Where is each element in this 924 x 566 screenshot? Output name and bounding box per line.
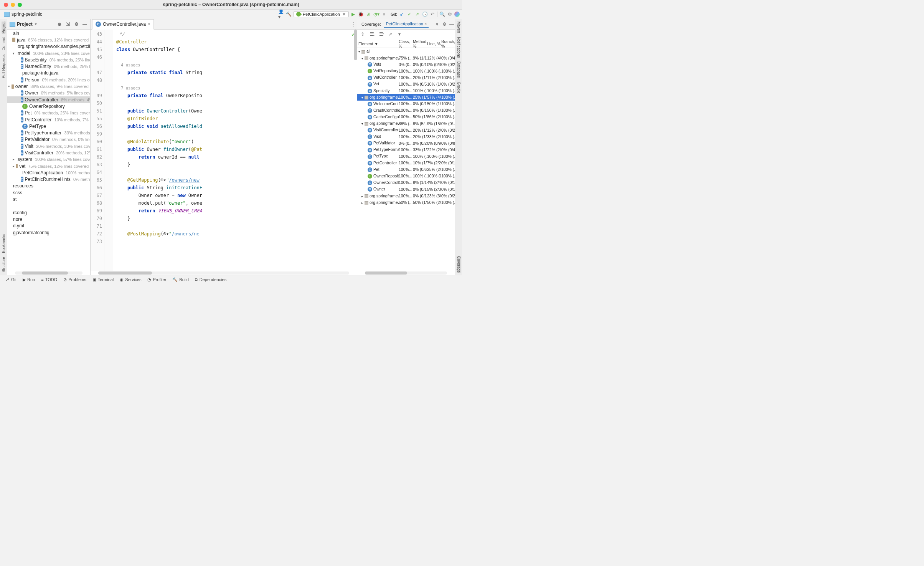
coverage-run-icon[interactable]: ⛨ (366, 11, 372, 17)
locate-icon[interactable]: ⊕ (56, 21, 63, 27)
status-git[interactable]: ⎇Git (5, 277, 16, 282)
tree-node[interactable]: ▸CVisit20% methods, 33% lines covered (7, 143, 90, 149)
gutter[interactable]: 43444546 4748 49505155565960616263646566… (91, 30, 104, 271)
coverage-row[interactable]: COwnerController100%...8% (1/12)4% (2/45… (357, 179, 455, 186)
coverage-row[interactable]: COwner100%...0% (0/1...5% (2/38)0% (0/1.… (357, 186, 455, 192)
build-icon[interactable]: 🔨 (286, 11, 292, 17)
sidebar-pull-requests[interactable]: Pull Requests (2, 55, 6, 78)
tree-node[interactable]: ▸d.yml (7, 223, 90, 229)
tree-node[interactable]: ▸COwnerController8% methods, 4% lines co… (7, 96, 90, 103)
flatten-icon[interactable]: ☰↓ (369, 31, 375, 37)
tree-node[interactable]: ▸COwner0% methods, 5% lines covered (7, 90, 90, 96)
tree-node[interactable]: ▸rconfig (7, 209, 90, 216)
status-run[interactable]: ▶Run (23, 277, 35, 282)
coverage-row[interactable]: CSpecialty100%...100% (...100% (1/1)100%… (357, 88, 455, 94)
tree-node[interactable]: ▸resources (7, 183, 90, 189)
status-build[interactable]: 🔨Build (172, 277, 188, 282)
coverage-row[interactable]: CVet100%...0% (0/5)10% (1/10)0% (0/2) (357, 81, 455, 87)
editor-overflow-icon[interactable]: ⋮ (351, 21, 357, 27)
vcs-history-icon[interactable]: 🕓 (422, 11, 428, 17)
tree-node[interactable]: ▸CPetValidator0% methods, 0% lines cover… (7, 136, 90, 143)
coverage-row[interactable]: CPetValidator0% (0...0% (0/2)0% (0/9)0% … (357, 140, 455, 146)
coverage-header[interactable]: Element ▼ Class, % Method, % Line, % Bra… (357, 39, 455, 48)
coverage-row[interactable]: ▾all (357, 48, 455, 55)
tree-node[interactable]: ▾model100% classes, 23% lines covered (7, 50, 90, 56)
tree-node[interactable]: ▸CPet0% methods, 25% lines covered (7, 110, 90, 116)
sidebar-gradle[interactable]: Gradle (457, 82, 461, 93)
filter-icon[interactable]: ▾ (396, 31, 403, 37)
coverage-row[interactable]: ▾org.springframeworl88% (...8% (5/...9% … (357, 120, 455, 127)
flatten2-icon[interactable]: ☰↑ (378, 31, 384, 37)
status-terminal[interactable]: ▣Terminal (92, 277, 114, 282)
coverage-settings-icon[interactable]: ⚙ (441, 21, 447, 27)
close-window[interactable] (4, 3, 8, 7)
run-icon[interactable]: ▶ (350, 11, 356, 17)
stop-icon[interactable]: ■ (381, 11, 387, 17)
tree-node[interactable]: ▸CVisitController20% methods, 12% lines … (7, 149, 90, 156)
coverage-row[interactable]: CPetType100%...100% (...100% (1/1)100% (… (357, 153, 455, 160)
vcs-commit-icon[interactable]: ✓ (406, 11, 412, 17)
profiler-icon[interactable]: ◔▾ (373, 11, 380, 17)
minimize-panel-icon[interactable]: — (82, 21, 88, 27)
minimize-window[interactable] (11, 3, 15, 7)
sidebar-maven[interactable]: Maven (457, 22, 461, 33)
export-icon[interactable]: ↗ (387, 31, 393, 37)
coverage-row[interactable]: ▸org.springframeworl100%...0% (0/1...23%… (357, 192, 455, 199)
vcs-undo-icon[interactable]: ↶ (429, 11, 436, 17)
code[interactable]: */@Controllerclass OwnerController { 4 u… (112, 30, 357, 271)
settings-icon[interactable]: ⚙ (447, 11, 453, 17)
coverage-row[interactable]: CPetController100%...10% (1/...7% (2/28)… (357, 160, 455, 166)
sidebar-database[interactable]: Database (457, 61, 461, 78)
coverage-row[interactable]: CCacheConfigurat100%...50% (1/...66% (2/… (357, 114, 455, 120)
tree-node[interactable]: ▸ (7, 203, 90, 209)
status-todo[interactable]: ≡TODO (41, 277, 57, 282)
tree-node[interactable]: ▸package-info.java (7, 70, 90, 76)
sidebar-project[interactable]: Project (2, 22, 6, 33)
status-profiler[interactable]: ◔Profiler (147, 277, 166, 282)
coverage-scroll[interactable] (357, 271, 455, 275)
tree-node[interactable]: ▸ain (7, 30, 90, 36)
tree-node[interactable]: ▸CPetClinicRuntimeHints0% methods, 0% li… (7, 176, 90, 183)
tree-node[interactable]: ▾owner88% classes, 9% lines covered (7, 83, 90, 89)
status-problems[interactable]: ⊘Problems (63, 277, 86, 282)
vcs-push-icon[interactable]: ↗ (414, 11, 420, 17)
vcs-pull-icon[interactable]: ↙ (399, 11, 405, 17)
close-tab-icon[interactable]: × (148, 22, 150, 27)
tree-node[interactable]: ▸vet75% classes, 12% lines covered (7, 163, 90, 169)
tree-node[interactable]: ▸gjavaformatconfig (7, 229, 90, 236)
sidebar-bookmarks[interactable]: Bookmarks (2, 234, 6, 253)
coverage-row[interactable]: CPet100%...0% (0/6)25% (2/8)100% (... (357, 166, 455, 173)
coverage-row[interactable]: CVetController100%...20% (1/...11% (2/18… (357, 74, 455, 81)
status-deps[interactable]: ⧉Dependencies (195, 277, 226, 282)
sidebar-notifications[interactable]: Notifications (457, 37, 461, 58)
coverage-row[interactable]: CCrashController100%...0% (0/1)50% (1/2)… (357, 107, 455, 114)
coverage-row[interactable]: CVisitController100%...20% (1/...12% (2/… (357, 127, 455, 133)
project-scroll[interactable] (7, 271, 90, 275)
tree-node[interactable]: ▸org.springframework.samples.petclinic85… (7, 43, 90, 50)
coverage-row[interactable]: CWelcomeControll100%...0% (0/1)50% (1/2)… (357, 101, 455, 107)
tree-node[interactable]: ▸PetClinicApplication100% methods, 100% … (7, 169, 90, 176)
zoom-window[interactable] (18, 3, 22, 7)
tree-node[interactable]: ▸CPerson0% methods, 20% lines covered (7, 76, 90, 83)
coverage-row[interactable]: IVetRepository100%...100% (...100% (...1… (357, 68, 455, 74)
chevron-down-icon[interactable]: ▾ (434, 21, 440, 27)
expand-all-icon[interactable]: ⇲ (65, 21, 71, 27)
sidebar-coverage[interactable]: Coverage (457, 256, 461, 273)
sidebar-commit[interactable]: Commit (2, 37, 6, 50)
editor-tab[interactable]: C OwnerController.java × (92, 19, 154, 30)
tree-node[interactable]: ▸CPetTypeFormatter33% methods, 22% lines… (7, 129, 90, 136)
tree-node[interactable]: ▸CBaseEntity0% methods, 25% lines covere… (7, 56, 90, 63)
tree-node[interactable]: ▸st (7, 196, 90, 202)
account-icon[interactable]: 👤▾ (278, 11, 284, 17)
run-config-selector[interactable]: PetClinicApplication ▼ (294, 11, 349, 17)
coverage-table[interactable]: ▾all▾org.springframeworl75% (...9% (1/11… (357, 48, 455, 271)
debug-icon[interactable]: 🐞 (358, 11, 364, 17)
status-services[interactable]: ◉Services (120, 277, 141, 282)
tree-node[interactable]: ▸CNamedEntity0% methods, 25% lines cover… (7, 63, 90, 70)
tree-node[interactable]: ▸scss (7, 189, 90, 196)
coverage-hide-icon[interactable]: — (449, 21, 455, 27)
editor-scroll[interactable] (91, 271, 357, 275)
sidebar-structure[interactable]: Structure (2, 257, 6, 273)
coverage-row[interactable]: ▾org.springframeworl75% (...9% (1/1112% … (357, 55, 455, 61)
tree-node[interactable]: ▸java85% classes, 12% lines covered (7, 36, 90, 43)
